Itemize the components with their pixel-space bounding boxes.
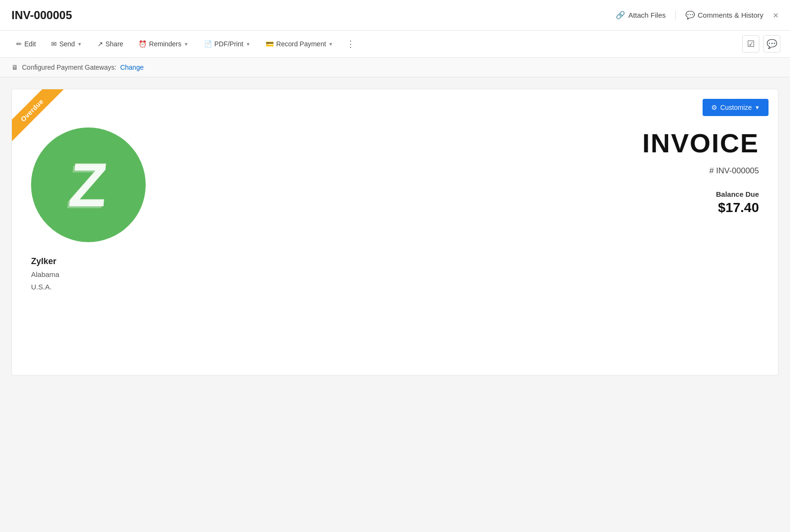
invoice-right: INVOICE # INV-000005 Balance Due $17.40: [431, 128, 759, 293]
pdf-print-button[interactable]: PDF/Print ▼: [197, 37, 257, 51]
company-address-line1: Alabama: [31, 268, 395, 281]
payment-icon: [266, 40, 274, 48]
checklist-icon: [747, 39, 755, 49]
gateway-bar: Configured Payment Gateways: Change: [0, 58, 790, 77]
pdf-icon: [204, 40, 212, 48]
customize-caret: ▼: [755, 105, 760, 110]
share-button[interactable]: Share: [91, 37, 130, 51]
invoice-title-header: INV-000005: [11, 9, 72, 22]
paperclip-icon: [616, 11, 625, 20]
company-logo-letter: Z: [67, 154, 110, 216]
toolbar-right-icons: [742, 35, 780, 53]
attach-files-button[interactable]: Attach Files: [616, 11, 665, 20]
comments-history-button[interactable]: Comments & History: [685, 11, 764, 20]
top-header: INV-000005 Attach Files Comments & Histo…: [0, 0, 790, 31]
more-options-button[interactable]: ⋮: [342, 35, 360, 53]
checklist-icon-button[interactable]: [742, 35, 759, 53]
customize-button[interactable]: Customize ▼: [703, 99, 769, 116]
share-icon: [97, 40, 103, 48]
send-caret: ▼: [77, 42, 82, 47]
reminders-button[interactable]: Reminders ▼: [132, 37, 195, 51]
reminder-icon: [139, 40, 147, 48]
main-content: Overdue Customize ▼ Z Zylker Alabama U.S…: [0, 77, 790, 387]
header-actions: Attach Files Comments & History ×: [616, 11, 779, 20]
payment-caret: ▼: [329, 42, 333, 47]
company-address-line2: U.S.A.: [31, 281, 395, 293]
send-button[interactable]: Send ▼: [44, 37, 89, 51]
gateway-change-link[interactable]: Change: [120, 64, 144, 71]
gateway-label: Configured Payment Gateways:: [22, 64, 117, 71]
header-divider: [675, 11, 676, 20]
edit-button[interactable]: Edit: [10, 37, 43, 51]
balance-due-label: Balance Due: [431, 190, 759, 198]
invoice-heading: INVOICE: [431, 128, 759, 159]
invoice-number: # INV-000005: [431, 166, 759, 176]
reminders-caret: ▼: [184, 42, 189, 47]
close-button[interactable]: ×: [773, 11, 779, 20]
chat-icon-button[interactable]: [763, 35, 780, 53]
send-icon: [51, 40, 57, 48]
invoice-left: Z Zylker Alabama U.S.A.: [31, 128, 395, 293]
pdf-caret: ▼: [246, 42, 250, 47]
toolbar: Edit Send ▼ Share Reminders ▼ PDF/Print …: [0, 31, 790, 58]
gateway-icon: [11, 64, 18, 71]
company-logo: Z: [31, 128, 146, 242]
invoice-card: Overdue Customize ▼ Z Zylker Alabama U.S…: [11, 89, 779, 375]
comment-icon: [685, 11, 695, 20]
record-payment-button[interactable]: Record Payment ▼: [259, 37, 340, 51]
balance-due-amount: $17.40: [431, 200, 759, 215]
edit-icon: [16, 40, 22, 48]
gear-icon: [711, 104, 717, 111]
invoice-body: Z Zylker Alabama U.S.A. INVOICE # INV-00…: [31, 128, 759, 293]
company-name: Zylker: [31, 256, 395, 266]
chat-icon: [767, 39, 777, 49]
company-address: Alabama U.S.A.: [31, 268, 395, 293]
